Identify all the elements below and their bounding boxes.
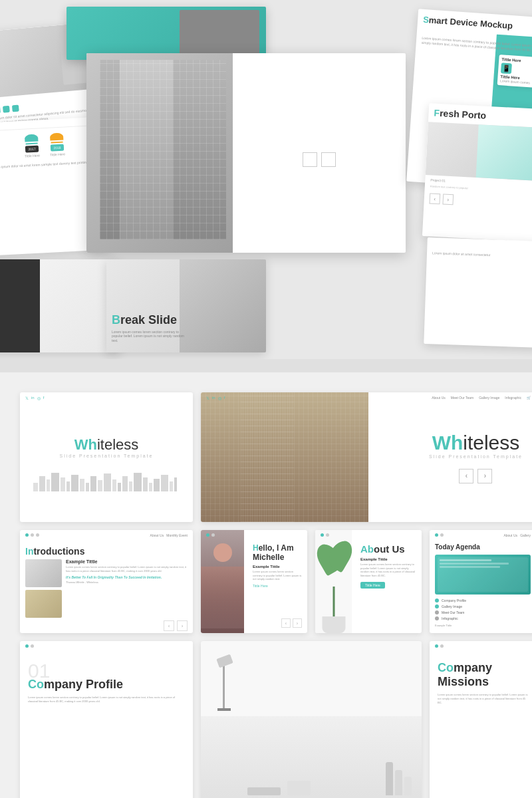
ag-dot-i4: [435, 616, 439, 620]
break-slide: Break Slide Lorem ipsum comes lorem sect…: [106, 259, 266, 352]
hm-extra: Tittle Here: [253, 584, 302, 588]
intro-arr-prev[interactable]: ‹: [164, 620, 174, 631]
break-text: Lorem ipsum comes lorem section contrary…: [112, 330, 185, 343]
prev-arrow[interactable]: [303, 152, 317, 167]
svg-rect-16: [134, 473, 142, 491]
section-divider: [0, 359, 532, 372]
bld-prev[interactable]: ‹: [459, 469, 473, 483]
svg-rect-10: [98, 480, 102, 491]
au-content: About Us Example Tittle Lorem ipsum come…: [355, 530, 422, 595]
intro-nav-dots: [25, 533, 39, 537]
porto-next[interactable]: ›: [442, 194, 454, 205]
intro-arr-next[interactable]: ›: [177, 620, 188, 631]
svg-rect-13: [118, 483, 121, 491]
bld-gallery[interactable]: Gallery Image: [479, 396, 499, 400]
ag-footer: Example Tittle: [435, 624, 531, 627]
bld-hi: Wh: [432, 432, 464, 454]
trophy-1: 2017 Tittle Here: [21, 134, 43, 158]
ag-dot-1: [435, 533, 438, 537]
svg-rect-0: [33, 483, 38, 491]
au-text: Lorem ipsum comes lorem section contrary…: [360, 563, 416, 577]
au-btn[interactable]: Tittle Here: [360, 582, 385, 589]
svg-rect-8: [86, 483, 89, 491]
ws-lamp-arm: [223, 665, 225, 708]
about-card: About Us Example Tittle Lorem ipsum come…: [315, 530, 422, 633]
svg-rect-14: [122, 476, 128, 491]
hello-card: Hello, I Am Michelle Example Tittle Lore…: [201, 530, 307, 633]
hm-prev[interactable]: ‹: [281, 618, 291, 628]
svg-rect-11: [104, 473, 111, 491]
svg-rect-15: [129, 481, 132, 491]
hm-example: Example Tittle: [253, 565, 302, 569]
building-main: 𝕏 in ◎ f About Us Meet Our Team Gallery …: [201, 392, 532, 522]
intro-topnav-text: About Us Monthly Event: [150, 533, 188, 537]
smart-title-accent: S: [423, 15, 430, 25]
intro-dot-2: [31, 533, 34, 537]
team-photo: [180, 10, 259, 57]
bld-about[interactable]: About Us: [432, 396, 446, 400]
svg-rect-21: [170, 481, 173, 491]
au-dots: [321, 533, 329, 537]
au-Ab: Ab: [360, 543, 374, 555]
linkedin-icon[interactable]: [0, 106, 1, 114]
agenda-card: About Us Gallery Today Agenda Company Pr…: [430, 530, 532, 633]
porto-slide: Fresh Porto Project 01 Random text contr…: [422, 103, 532, 243]
cov-b-rest: iteless: [97, 436, 138, 453]
svg-rect-19: [154, 479, 160, 491]
cover-skyline: [30, 468, 183, 491]
hm-greeting: Hello, I Am: [253, 543, 302, 553]
facebook-icon[interactable]: [12, 105, 19, 112]
next-arrow[interactable]: [321, 152, 336, 167]
intro-dot-1: [25, 533, 29, 537]
cp-d1: [25, 644, 29, 648]
bld-next[interactable]: ›: [477, 469, 492, 483]
ws-lamp: [217, 651, 237, 711]
cp-card: 01 Company Profile Lorem ipsum comes lor…: [20, 641, 193, 798]
cover-sub: Slide Presentation Template: [59, 454, 153, 458]
ag-dot-2: [440, 533, 444, 537]
bld-cart[interactable]: 🛒: [527, 396, 531, 400]
hm-next[interactable]: ›: [293, 618, 302, 628]
intro-dot-3: [36, 533, 39, 537]
svg-rect-20: [161, 475, 168, 491]
main-building: [100, 60, 226, 239]
nav-arrows: [246, 152, 392, 167]
bld-fb: f: [224, 396, 225, 400]
trophy-base-1: [26, 143, 38, 145]
slide-grid: 𝕏 in ◎ f Whiteless Slide Presentation Te…: [10, 382, 532, 798]
cp-dots: [25, 644, 34, 648]
cover-brand-text: Whiteless: [59, 436, 153, 454]
top-section: Lorem ipsum dolor sit amet consectetur a…: [0, 0, 532, 359]
missions-card: Company Missions Lorem ipsum comes lorem…: [430, 641, 532, 798]
svg-rect-3: [51, 473, 59, 491]
main-slide[interactable]: [86, 53, 406, 253]
ag-item-3: Meet Our Team: [435, 610, 531, 614]
bld-li: in: [212, 396, 215, 400]
ag-label-1: Company Profile: [442, 598, 466, 602]
trophy-base-2: [51, 142, 63, 144]
trophy-label-1: Tittle Here: [25, 153, 40, 158]
break-content: Break Slide Lorem ipsum comes lorem sect…: [112, 313, 185, 343]
year-badge-1: 2017: [25, 146, 39, 153]
bld-team[interactable]: Meet Our Team: [451, 396, 473, 400]
ag-dot-i1: [435, 598, 439, 602]
ws-lamp-head: [216, 654, 233, 668]
bld-wa: ◎: [218, 396, 221, 400]
svg-rect-4: [61, 477, 65, 491]
cm-body: Lorem ipsum comes lorem section contrary…: [438, 693, 528, 705]
bld-info[interactable]: Infographic: [505, 396, 521, 400]
break-accent: B: [112, 313, 120, 327]
bld-rest: iteless: [463, 432, 519, 454]
intro-card: About Us Monthly Event Introductions Exa…: [20, 530, 193, 633]
whatsapp-icon[interactable]: [3, 106, 10, 113]
intro-In: In: [25, 546, 33, 557]
intro-img-col: [25, 559, 62, 618]
ag-dot-i2: [435, 604, 439, 608]
cm-title-text: Company Missions: [438, 661, 528, 689]
svg-rect-7: [80, 479, 84, 491]
hm-content: Hello, I Am Michelle Example Tittle Lore…: [247, 530, 307, 593]
au-dot-2: [326, 533, 329, 537]
porto-prev[interactable]: ‹: [429, 193, 440, 204]
svg-rect-12: [112, 479, 116, 491]
favorites-slide: Lorem ipsum dolor sit amet consectetur: [424, 237, 532, 348]
